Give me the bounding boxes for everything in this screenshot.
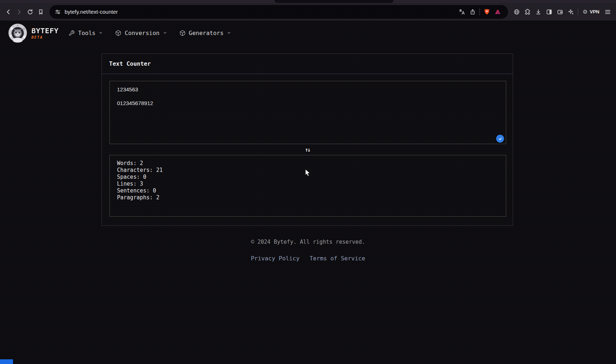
urlbar-divider [480,8,480,16]
bookmark-button[interactable] [35,6,46,18]
checkmark-badge[interactable] [496,135,504,143]
sidebar-icon [546,9,552,15]
stat-paragraphs: Paragraphs2 [117,194,499,201]
forward-icon [16,9,22,15]
page-title: Text Counter [109,60,151,67]
extensions-button[interactable] [522,6,533,18]
privacy-policy-link[interactable]: Privacy Policy [251,255,300,262]
cube-icon [115,30,121,36]
footer-links: Privacy Policy Terms of Service [0,255,616,262]
url-text[interactable]: bytefy.net/text-counter [65,9,118,15]
window-top-strip [0,0,616,3]
download-icon [535,9,542,15]
reload-button[interactable] [25,6,35,18]
brave-shield-icon [483,8,490,15]
stat-sentences: Sentences0 [117,187,499,194]
brand-wordmark: BYTEFY [31,26,58,35]
leo-ai-button[interactable] [565,6,576,18]
bat-rewards-icon [494,8,501,15]
text-counter-card: Text Counter 1234563 012345678912 ↑↓ Wor… [101,53,513,226]
url-bar[interactable]: bytefy.net/text-counter [49,5,508,19]
vpn-icon [582,9,588,14]
nav-item-label: Generators [189,30,224,36]
toolbar-divider [578,8,578,16]
check-icon [498,136,503,141]
nav-menu: Tools Conversion Generators [69,30,231,36]
bytefy-logo[interactable] [8,23,27,43]
swap-row: ↑↓ [109,144,506,155]
results-box: Words2 Characters21 Spaces0 Lines3 Sente… [109,155,506,217]
brand-block[interactable]: BYTEFY BETA [31,26,58,39]
nav-item-tools[interactable]: Tools [69,30,103,36]
translate-icon [459,9,465,15]
vpn-button[interactable]: VPN [580,6,602,17]
beta-badge: BETA [31,35,58,39]
card-body: 1234563 012345678912 ↑↓ Words2 Character… [102,74,513,217]
browser-toolbar: bytefy.net/text-counter [0,3,616,21]
cube-icon [179,30,186,36]
sidebar-button[interactable] [544,6,555,18]
reload-icon [27,9,33,15]
status-bar-fragment [0,359,13,364]
nav-item-label: Tools [78,30,95,36]
back-icon [5,9,12,15]
globe-extension-icon [513,9,520,15]
nav-item-conversion[interactable]: Conversion [115,30,167,36]
stat-lines: Lines3 [117,181,499,187]
vpn-label: VPN [590,9,599,14]
leo-sparkle-icon [568,9,574,15]
mouse-cursor [305,169,311,178]
swap-arrows-icon[interactable]: ↑↓ [305,146,311,153]
site-settings-icon[interactable] [55,9,61,15]
card-header: Text Counter [102,54,513,74]
text-input-wrap: 1234563 012345678912 [109,81,506,144]
downloads-button[interactable] [533,6,544,18]
nav-item-label: Conversion [125,30,159,36]
astronaut-cat-logo-icon [8,23,27,43]
extensions-puzzle-icon [524,9,531,15]
brave-shield-button[interactable] [481,6,492,17]
text-input[interactable]: 1234563 012345678912 [109,81,506,144]
share-icon [469,9,476,15]
chevron-down-icon [99,31,103,35]
stat-words: Words2 [117,160,499,167]
active-tab-notch[interactable] [274,0,394,3]
chevron-down-icon [163,31,167,35]
forward-button[interactable] [14,6,25,18]
wrench-icon [69,30,75,36]
menu-icon [604,9,611,15]
menu-button[interactable] [602,6,613,18]
globe-extension-button[interactable] [511,6,522,18]
share-button[interactable] [467,6,478,17]
copyright-text: © 2024 Bytefy. All rights reserved. [0,239,616,245]
chevron-down-icon [227,31,231,35]
site-navbar: BYTEFY BETA Tools Conversion Generators [0,21,616,45]
bookmark-icon [38,9,44,15]
back-button[interactable] [3,6,14,18]
translate-button[interactable] [456,6,467,17]
wallet-icon [557,9,563,15]
bat-rewards-button[interactable] [492,6,503,17]
nav-item-generators[interactable]: Generators [179,30,231,36]
terms-of-service-link[interactable]: Terms of Service [309,255,365,262]
wallet-button[interactable] [555,6,565,18]
